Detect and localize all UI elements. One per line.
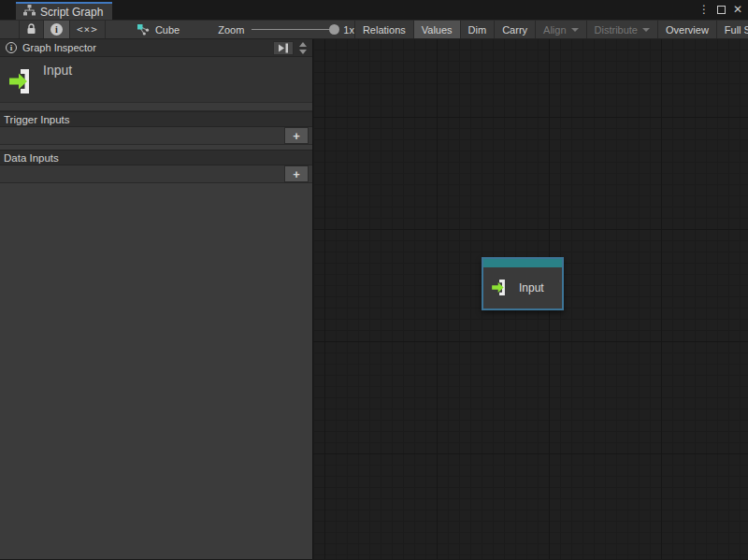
distribute-dropdown[interactable]: Distribute: [587, 21, 658, 38]
zoom-value: 1x: [343, 24, 354, 36]
graph-inspector-title: Graph Inspector: [22, 42, 273, 53]
zoom-control: Zoom 1x: [218, 21, 354, 38]
chevron-down-icon: [642, 28, 650, 32]
graph-icon: [23, 5, 36, 19]
chevron-down-icon: [571, 28, 579, 32]
script-graph-window: Script Graph ⋮ ✕ i <×>: [0, 0, 748, 560]
unit-title: Input: [43, 63, 72, 78]
carry-button[interactable]: Carry: [495, 21, 536, 38]
carry-label: Carry: [502, 24, 527, 36]
window-menu-icon[interactable]: ⋮: [697, 3, 712, 16]
add-data-input-button[interactable]: +: [284, 165, 309, 182]
main-area: i Graph Inspector: [0, 39, 748, 559]
csharp-preview-button[interactable]: <×>: [70, 21, 106, 38]
arrow-down-icon[interactable]: [299, 50, 307, 54]
graph-name-label: Cube: [155, 24, 180, 36]
zoom-label: Zoom: [218, 24, 244, 36]
trigger-inputs-row: +: [0, 127, 312, 145]
info-icon: i: [50, 23, 63, 36]
input-node[interactable]: Input: [482, 257, 564, 310]
overview-button[interactable]: Overview: [658, 21, 717, 38]
dim-button[interactable]: Dim: [461, 21, 496, 38]
toolbar: i <×> Cube Zoom 1x Relations: [0, 20, 748, 39]
zoom-slider[interactable]: [252, 29, 336, 30]
code-icon: <×>: [77, 23, 98, 36]
graph-canvas[interactable]: Input: [313, 39, 748, 559]
data-inputs-row: +: [0, 165, 312, 183]
graph-inspector-header: i Graph Inspector: [0, 39, 312, 57]
align-label: Align: [543, 24, 566, 36]
dock-panel-button[interactable]: [273, 41, 294, 55]
values-label: Values: [422, 24, 453, 36]
inspector-toggle-button[interactable]: i: [44, 21, 70, 38]
input-unit-icon: [7, 66, 39, 98]
dock-icon: [278, 43, 289, 53]
input-node-label: Input: [519, 281, 544, 294]
script-graph-asset-icon: [137, 23, 150, 36]
maximize-icon[interactable]: [717, 6, 726, 14]
window-controls: ⋮ ✕: [697, 1, 744, 18]
dim-label: Dim: [468, 24, 487, 36]
data-inputs-header: Data Inputs: [0, 150, 312, 165]
input-node-body[interactable]: Input: [483, 267, 562, 309]
overview-label: Overview: [666, 24, 709, 36]
trigger-inputs-label: Trigger Inputs: [4, 114, 70, 125]
inspector-divider: [0, 103, 312, 111]
close-icon[interactable]: ✕: [731, 3, 744, 16]
relations-label: Relations: [363, 24, 406, 36]
toolbar-right-group: Relations Values Dim Carry Align Distrib…: [354, 21, 748, 38]
data-inputs-label: Data Inputs: [4, 152, 59, 164]
trigger-inputs-header: Trigger Inputs: [0, 111, 312, 127]
zoom-slider-handle[interactable]: [329, 24, 339, 35]
graph-inspector-panel: i Graph Inspector: [0, 39, 313, 559]
input-node-header[interactable]: [483, 259, 562, 267]
info-outline-icon: i: [6, 42, 17, 53]
add-trigger-input-button[interactable]: +: [284, 127, 309, 144]
fullscreen-button[interactable]: Full Screen: [717, 21, 748, 38]
fullscreen-label: Full Screen: [725, 24, 748, 36]
align-dropdown[interactable]: Align: [536, 21, 586, 38]
relations-button[interactable]: Relations: [354, 21, 414, 38]
lock-button[interactable]: [19, 21, 44, 38]
values-button[interactable]: Values: [414, 21, 461, 38]
lock-icon: [26, 23, 36, 36]
panel-stepper[interactable]: [296, 42, 309, 54]
graph-breadcrumb-cube[interactable]: Cube: [130, 21, 186, 38]
arrow-up-icon[interactable]: [299, 42, 307, 47]
tab-title: Script Graph: [40, 6, 103, 19]
title-bar: Script Graph ⋮ ✕: [0, 0, 748, 20]
input-node-icon: [491, 278, 511, 299]
distribute-label: Distribute: [595, 24, 638, 36]
unit-preview: Input: [0, 57, 312, 103]
tab-script-graph[interactable]: Script Graph: [16, 2, 112, 20]
